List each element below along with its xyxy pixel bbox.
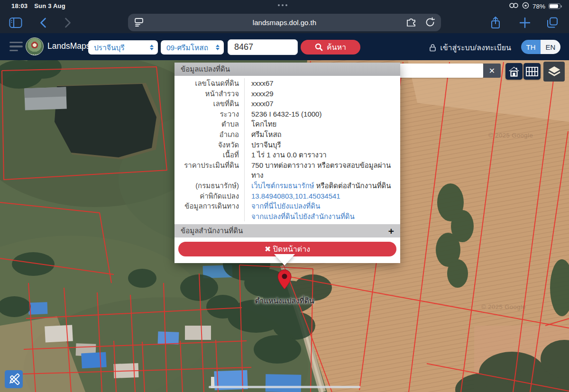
status-time: 18:03 (11, 2, 28, 9)
share-button[interactable] (488, 16, 503, 30)
coordinates-link[interactable]: 13.84940803,101.45034541 (251, 192, 340, 200)
dol-logo (26, 37, 44, 55)
map-watermark: © 2025 Google (481, 303, 526, 310)
lock-icon (429, 44, 436, 52)
info-row-travel-1: ข้อมูลการเดินทางจากที่นี่ไปยังแปลงที่ดิน (174, 201, 400, 211)
search-button-label: ค้นหา (327, 41, 346, 53)
province-dropdown-value: ปราจีนบุรี (94, 42, 125, 54)
info-row-coords: ค่าพิกัดแปลง13.84940803,101.45034541 (174, 191, 400, 201)
forward-button[interactable] (61, 16, 75, 30)
brand-name: LandsMaps (47, 41, 90, 51)
parcel-info-panel: ข้อมูลแปลงที่ดิน เลขโฉนดที่ดินxxxx67 หน้… (174, 63, 400, 263)
extensions-icon[interactable] (406, 17, 417, 29)
pencil-ruler-icon (8, 373, 20, 385)
layers-button[interactable] (543, 62, 565, 82)
rotation-lock-icon (522, 2, 529, 10)
lang-en-button[interactable]: EN (541, 40, 560, 54)
info-row: เลขที่ดินxxxx07 (174, 99, 400, 109)
hotspot-icon (509, 2, 519, 10)
info-row-price-2: (กรมธนารักษ์)เว็บไซต์กรมธนารักษ์ หรือติด… (174, 181, 400, 191)
district-dropdown[interactable]: 09-ศรีมโหสถ (161, 40, 224, 55)
address-bar[interactable]: landsmaps.dol.go.th (128, 14, 441, 31)
home-icon (508, 66, 520, 77)
info-row: เลขโฉนดที่ดินxxxx67 (174, 78, 400, 89)
treasury-website-link[interactable]: เว็บไซต์กรมธนารักษ์ (251, 182, 314, 190)
status-date: Sun 3 Aug (34, 2, 65, 9)
info-row: จังหวัดปราจีนบุรี (174, 140, 400, 150)
directions-to-office-link[interactable]: จากแปลงที่ดินไปยังสำนักงานที่ดิน (251, 212, 355, 220)
land-office-section-header[interactable]: ข้อมูลสำนักงานที่ดิน + (174, 224, 400, 237)
clear-search-button[interactable]: ✕ (483, 64, 501, 78)
parcel-number-input[interactable] (228, 39, 298, 55)
ipad-screen: 18:03 Sun 3 Aug 78% (0, 0, 569, 392)
language-toggle: TH EN (521, 40, 560, 54)
browser-chrome: 18:03 Sun 3 Aug 78% (0, 0, 569, 33)
sidebar-toggle-button[interactable] (9, 16, 23, 30)
new-tab-button[interactable] (518, 16, 532, 30)
info-row: ระวาง5236 I 6432-15 (1000) (174, 109, 400, 119)
login-label: เข้าสู่ระบบ/ลงทะเบียน (440, 42, 511, 54)
back-button[interactable] (36, 16, 50, 30)
layers-icon (548, 65, 561, 78)
safari-toolbar: landsmaps.dol.go.th (0, 12, 569, 33)
draw-measure-tools-button[interactable] (5, 370, 23, 388)
info-row: อำเภอศรีมโหสถ (174, 129, 400, 140)
info-row: ตำบลโคกไทย (174, 119, 400, 129)
lang-th-button[interactable]: TH (521, 40, 541, 54)
directions-to-parcel-link[interactable]: จากที่นี่ไปยังแปลงที่ดิน (251, 202, 320, 210)
home-indicator[interactable] (209, 386, 360, 388)
tabs-overview-button[interactable] (545, 16, 560, 30)
search-button[interactable]: ค้นหา (301, 40, 360, 55)
landsmaps-header: LandsMaps ปราจีนบุรี 09-ศรีมโหสถ ค้นหา เ… (0, 33, 569, 60)
grid-button[interactable] (523, 63, 541, 80)
grid-icon (526, 67, 538, 76)
expand-icon[interactable]: + (388, 226, 394, 236)
battery-percent: 78% (532, 3, 545, 10)
info-row: หน้าสำรวจxxxx29 (174, 89, 400, 99)
marker-label: ตำแหน่งแปลงที่ดิน (239, 295, 330, 307)
menu-button[interactable] (9, 42, 23, 51)
close-x-icon: ✖ (265, 245, 271, 253)
info-row-price-1: ราคาประเมินที่ดิน750 บาทต่อตารางวา หรือต… (174, 160, 400, 181)
search-icon (315, 43, 323, 51)
home-button[interactable] (505, 63, 523, 80)
satellite-map[interactable]: © 2025 Google © 2025 Google ตำแหน่งแปลงท… (0, 60, 569, 392)
multitask-indicator-icon (278, 4, 287, 6)
parcel-location-marker[interactable] (277, 269, 292, 290)
district-dropdown-value: 09-ศรีมโหสถ (166, 42, 208, 54)
reload-icon[interactable] (425, 17, 435, 29)
battery-icon (549, 3, 560, 9)
close-icon: ✕ (489, 67, 495, 75)
url-text: landsmaps.dol.go.th (128, 18, 441, 27)
info-row: เนื้อที่1 ไร่ 1 งาน 0.0 ตารางวา (174, 150, 400, 160)
panel-title: ข้อมูลแปลงที่ดิน (174, 63, 400, 76)
province-dropdown[interactable]: ปราจีนบุรี (88, 40, 158, 55)
map-watermark: © 2025 Google (488, 132, 533, 139)
dropdown-arrows-icon (216, 45, 220, 50)
panel-pointer (274, 254, 295, 265)
status-bar: 18:03 Sun 3 Aug 78% (0, 0, 569, 12)
info-row-travel-2: จากแปลงที่ดินไปยังสำนักงานที่ดิน (174, 211, 400, 222)
login-link[interactable]: เข้าสู่ระบบ/ลงทะเบียน (429, 42, 511, 54)
dropdown-arrows-icon (150, 45, 154, 50)
